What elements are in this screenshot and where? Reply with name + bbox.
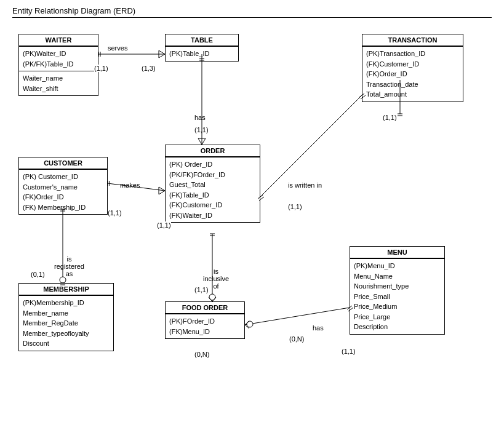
entity-waiter-keys: (PK)Waiter_ID(PK/FK)Table_ID xyxy=(19,46,98,71)
card-waiter-right: (1,3) xyxy=(142,65,156,72)
svg-line-15 xyxy=(159,187,165,191)
svg-point-25 xyxy=(60,277,66,283)
entity-transaction-header: TRANSACTION xyxy=(362,34,463,46)
svg-line-36 xyxy=(245,308,350,325)
entity-foodorder-keys: (PK)FOrder_ID(FK)Menu_ID xyxy=(166,314,244,338)
entity-waiter: WAITER (PK)Waiter_ID(PK/FK)Table_ID Wait… xyxy=(18,34,98,96)
entity-customer: CUSTOMER (PK) Customer_IDCustomer's_name… xyxy=(18,157,108,215)
card-table-order: (1,1) xyxy=(194,126,209,133)
entity-foodorder: FOOD ORDER (PK)FOrder_ID(FK)Menu_ID xyxy=(165,301,245,339)
svg-line-39 xyxy=(245,325,249,328)
entity-table-keys: (PK)Table_ID xyxy=(166,46,238,61)
entity-customer-header: CUSTOMER xyxy=(19,157,107,169)
svg-line-10 xyxy=(202,138,206,145)
label-has-menu: has xyxy=(313,324,324,332)
entity-menu-header: MENU xyxy=(350,247,444,258)
label-makes: makes xyxy=(120,181,140,189)
svg-line-4 xyxy=(159,54,165,58)
entity-customer-keys: (PK) Customer_IDCustomer's_name(FK)Order… xyxy=(19,169,107,214)
card-foodorder-menu-left: (0,N) xyxy=(289,335,304,343)
entity-waiter-header: WAITER xyxy=(19,34,98,46)
svg-point-37 xyxy=(247,321,253,327)
card-customer-membership: (0,1) xyxy=(31,271,45,278)
svg-line-35 xyxy=(212,297,216,301)
entity-menu-keys: (PK)Menu_IDMenu_NameNourishment_typePric… xyxy=(350,258,444,334)
svg-line-9 xyxy=(198,138,202,145)
card-transaction-bottom: (1,1) xyxy=(383,114,397,121)
entity-transaction: TRANSACTION (PK)Transaction_ID(FK)Custom… xyxy=(362,34,463,102)
card-foodorder-n: (0,N) xyxy=(194,351,209,358)
svg-line-16 xyxy=(159,191,165,194)
entity-table-header: TABLE xyxy=(166,34,238,46)
title-underline xyxy=(12,17,492,18)
svg-line-34 xyxy=(209,297,212,301)
entity-table: TABLE (PK)Table_ID xyxy=(165,34,239,62)
label-is-written-in: is written in xyxy=(288,181,322,189)
entity-order: ORDER (PK) Order_ID(PK/FK)FOrder_IDGuest… xyxy=(165,145,260,223)
svg-line-3 xyxy=(159,50,165,54)
page-title: Entity Relationship Diagram (ERD) xyxy=(12,6,135,15)
label-serves: serves xyxy=(108,44,127,52)
card-order-foodorder: (1,1) xyxy=(194,286,209,293)
label-has-table-order: has xyxy=(194,114,206,121)
entity-order-keys: (PK) Order_ID(PK/FK)FOrder_IDGuest_Total… xyxy=(166,157,260,222)
card-customer-order-left: (1,1) xyxy=(108,209,122,217)
entity-transaction-keys: (PK)Transaction_ID(FK)Customer_ID(FK)Ord… xyxy=(362,46,463,102)
entity-membership-keys: (PK)Membership_IDMember_nameMember_RegDa… xyxy=(19,295,113,351)
entity-waiter-attrs: Waiter_nameWaiter_shift xyxy=(19,71,98,95)
entity-order-header: ORDER xyxy=(166,145,260,157)
card-foodorder-menu-right: (1,1) xyxy=(342,348,356,355)
entity-foodorder-header: FOOD ORDER xyxy=(166,302,244,314)
card-order-transaction: (1,1) xyxy=(288,203,302,210)
label-is-registered-as: isregisteredas xyxy=(54,255,84,277)
entity-menu: MENU (PK)Menu_IDMenu_NameNourishment_typ… xyxy=(350,246,445,335)
entity-membership: MEMBERSHIP (PK)Membership_IDMember_nameM… xyxy=(18,283,114,351)
svg-line-38 xyxy=(245,321,249,325)
card-waiter-left: (1,1) xyxy=(94,65,108,72)
card-customer-order-right: (1,1) xyxy=(157,221,171,229)
svg-point-33 xyxy=(209,294,215,300)
entity-membership-header: MEMBERSHIP xyxy=(19,284,113,295)
